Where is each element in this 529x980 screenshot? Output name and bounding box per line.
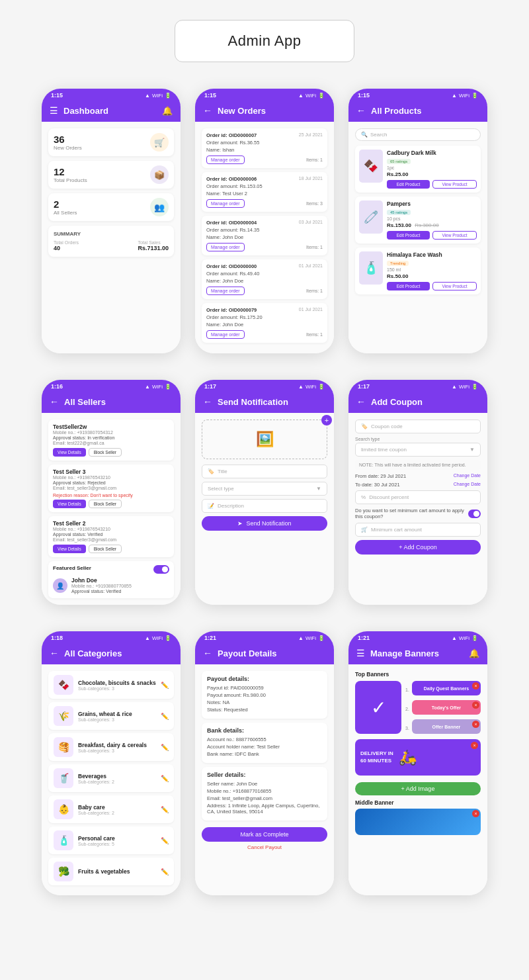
min-cart-input[interactable]: 🛒 Minimum cart amount: [355, 523, 481, 537]
menu-icon[interactable]: ☰: [50, 105, 58, 116]
mark-complete-btn[interactable]: Mark as Complete: [202, 827, 327, 842]
order-items-1: Items: 1: [306, 157, 323, 162]
coupon-type-select[interactable]: limited time coupon ▼: [355, 443, 481, 457]
notif-add-image-btn[interactable]: +: [321, 415, 332, 425]
payout-status: Status: Requested: [207, 707, 322, 713]
notif-title: Send Notification: [218, 397, 326, 407]
delivery-scooter-icon: 🛵: [399, 749, 417, 766]
order-items-5: Items: 1: [306, 332, 323, 337]
edit-product-btn-3[interactable]: Edit Product: [387, 282, 430, 290]
view-details-btn-1[interactable]: View Details: [53, 448, 86, 457]
back-arrow-coupon-icon[interactable]: ←: [356, 396, 366, 407]
manage-order-btn-5[interactable]: Manage order: [206, 330, 245, 339]
cat-name-6: Personal care: [78, 835, 115, 842]
dashboard-status-icons: ▲ WiFi 🔋: [145, 93, 171, 99]
banners-title: Manage Banners: [370, 648, 464, 658]
cat-icon-4: 🥤: [54, 768, 73, 788]
banner-slot-1[interactable]: Daily Quest Banners ×: [412, 681, 481, 695]
bell-icon[interactable]: 🔔: [162, 106, 173, 116]
coupon-app-bar: ← Add Coupon: [348, 392, 487, 413]
view-product-btn-1[interactable]: View Product: [432, 180, 477, 189]
product-price-old-2: Rs.380.00: [415, 222, 438, 228]
stat-new-orders: 36 New Orders 🛒: [48, 128, 174, 156]
product-card-2: 🧷 Pampers 45 ratings 10 pcs Rs.153.00 Rs…: [355, 197, 481, 244]
block-seller-btn-1[interactable]: Block Seller: [89, 448, 122, 457]
category-item-5: 👶 Baby care Sub-categories: 2 ✏️: [48, 795, 174, 823]
seller-rejection-2: Rejection reason: Don't want to specify: [53, 493, 169, 498]
banners-status-bar: 1:21 ▲WiFi🔋: [348, 631, 487, 643]
from-date-row: From date: 29 Jul 2021 Change Date: [355, 473, 481, 479]
cat-edit-icon-7[interactable]: ✏️: [161, 868, 169, 875]
cat-edit-icon-4[interactable]: ✏️: [161, 775, 169, 782]
view-details-btn-3[interactable]: View Details: [53, 545, 86, 553]
bank-name: Bank name: IDFC Bank: [207, 751, 322, 757]
notif-description-input[interactable]: 📝 Description: [202, 499, 327, 513]
banner-close-2[interactable]: ×: [472, 701, 479, 709]
middle-banner-close[interactable]: ×: [472, 810, 479, 817]
cat-edit-icon-2[interactable]: ✏️: [161, 713, 169, 720]
back-arrow-notif-icon[interactable]: ←: [203, 396, 212, 407]
sellers-icon: 👥: [150, 198, 169, 216]
manage-order-btn-2[interactable]: Manage order: [206, 199, 245, 208]
page-wrapper: Admin App 1:15 ▲ WiFi 🔋 ☰ Dashboard 🔔: [0, 0, 529, 915]
block-seller-btn-3[interactable]: Block Seller: [89, 545, 122, 553]
back-arrow-products-icon[interactable]: ←: [356, 105, 366, 116]
change-to-date-btn[interactable]: Change Date: [454, 482, 481, 488]
to-date: To date: 30 Jul 2021: [355, 482, 400, 488]
banners-time: 1:21: [358, 635, 370, 641]
phone-row-1: 1:15 ▲ WiFi 🔋 ☰ Dashboard 🔔 36 New Order…: [13, 89, 516, 353]
seller-card-3: Test Seller 2 Mobile no.: +919876543210 …: [48, 516, 174, 557]
banner-slot-3[interactable]: Offer Banner ×: [412, 719, 481, 734]
cancel-payout-btn[interactable]: Cancel Payout: [202, 844, 327, 850]
notif-image-box[interactable]: 🖼️ +: [202, 420, 327, 459]
discount-percent-input[interactable]: % Discount percent: [355, 490, 481, 504]
banners-content: Top Banners ✓ 1. Daily Quest Banners: [348, 664, 487, 895]
cat-edit-icon-6[interactable]: ✏️: [161, 837, 169, 844]
back-arrow-icon[interactable]: ←: [203, 105, 212, 116]
edit-product-btn-2[interactable]: Edit Product: [387, 231, 430, 240]
notif-type-select[interactable]: Select type ▼: [202, 482, 327, 496]
featured-toggle[interactable]: [153, 565, 169, 574]
banner-close-1[interactable]: ×: [472, 682, 479, 690]
cart-toggle[interactable]: [468, 510, 481, 518]
banners-app-bar: ☰ Manage Banners 🔔: [348, 643, 487, 664]
manage-order-btn-1[interactable]: Manage order: [206, 156, 245, 164]
new-orders-status-icons: ▲WiFi🔋: [298, 93, 325, 99]
middle-banner-slot[interactable]: ×: [355, 809, 481, 835]
delivery-banner-close[interactable]: ×: [471, 742, 478, 749]
block-seller-btn-2[interactable]: Block Seller: [89, 500, 122, 508]
coupon-code-input[interactable]: 🏷️ Coupon code: [355, 420, 481, 433]
view-product-btn-2[interactable]: View Product: [432, 231, 477, 240]
products-search-bar[interactable]: 🔍 Search: [355, 128, 481, 141]
product-card-1: 🍫 Cadbury Dark Milk 65 ratings 1pc Rs.25…: [355, 146, 481, 193]
product-badge-3: Trending: [387, 261, 409, 266]
add-coupon-btn[interactable]: + Add Coupon: [355, 540, 481, 555]
categories-content: 🍫 Chocolate, biscuits & snacks Sub-categ…: [42, 664, 181, 895]
send-notification-btn[interactable]: ➤ Send Notification: [202, 516, 327, 531]
notif-type-label: Select type: [208, 486, 234, 492]
manage-order-btn-3[interactable]: Manage order: [206, 243, 245, 251]
edit-product-btn-1[interactable]: Edit Product: [387, 180, 430, 189]
cat-edit-icon-5[interactable]: ✏️: [161, 806, 169, 813]
view-details-btn-2[interactable]: View Details: [53, 500, 86, 508]
payout-info-section: Payout details: Payout id: PAID00000059 …: [202, 671, 327, 719]
cart-question: Do you want to set minimum cart amount t…: [355, 508, 466, 519]
cat-edit-icon-1[interactable]: ✏️: [161, 682, 169, 689]
payout-status-bar: 1:21 ▲WiFi🔋: [195, 631, 334, 643]
admin-app-header-box: Admin App: [175, 20, 355, 62]
banner-close-3[interactable]: ×: [472, 721, 479, 728]
view-product-btn-3[interactable]: View Product: [432, 282, 477, 290]
change-from-date-btn[interactable]: Change Date: [454, 473, 481, 479]
summary-box: SUMMARY Total Orders 40 Total Sales Rs.7…: [48, 226, 174, 257]
bell-banners-icon[interactable]: 🔔: [469, 648, 479, 658]
banner-slot-2[interactable]: Today's Offer ×: [412, 700, 481, 715]
menu-banners-icon[interactable]: ☰: [356, 648, 365, 658]
back-arrow-categories-icon[interactable]: ←: [50, 648, 59, 658]
notif-title-input[interactable]: 🏷️ Title: [202, 465, 327, 478]
add-image-btn[interactable]: + Add Image: [355, 782, 481, 795]
cat-edit-icon-3[interactable]: ✏️: [161, 744, 169, 751]
back-arrow-payout-icon[interactable]: ←: [203, 648, 212, 658]
back-arrow-sellers-icon[interactable]: ←: [50, 396, 59, 407]
manage-order-btn-4[interactable]: Manage order: [206, 287, 245, 295]
order-card-3: Order id: OID0000004 03 Jul 2021 Order a…: [202, 216, 327, 255]
